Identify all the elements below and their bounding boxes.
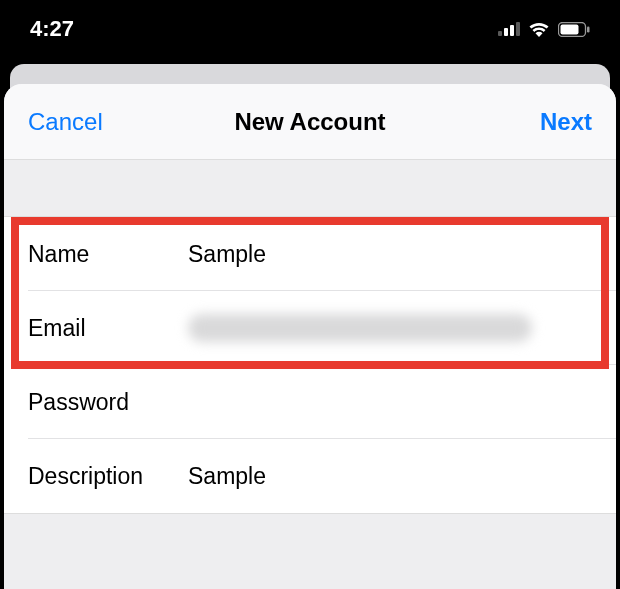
password-field[interactable] bbox=[188, 389, 592, 416]
svg-rect-5 bbox=[561, 24, 579, 34]
svg-rect-1 bbox=[504, 28, 508, 36]
nav-bar: Cancel New Account Next bbox=[4, 84, 616, 160]
modal-sheet: Cancel New Account Next Name Email Passw… bbox=[4, 84, 616, 589]
email-row[interactable]: Email bbox=[4, 291, 616, 365]
status-icons bbox=[498, 21, 590, 37]
cellular-signal-icon bbox=[498, 22, 520, 36]
name-row[interactable]: Name bbox=[4, 217, 616, 291]
password-label: Password bbox=[28, 389, 188, 416]
email-field-redacted bbox=[188, 314, 532, 342]
status-bar: 4:27 bbox=[0, 0, 620, 58]
email-label: Email bbox=[28, 315, 188, 342]
description-field[interactable] bbox=[188, 463, 592, 490]
svg-rect-3 bbox=[516, 22, 520, 36]
page-title: New Account bbox=[118, 108, 502, 136]
name-label: Name bbox=[28, 241, 188, 268]
battery-icon bbox=[558, 22, 590, 37]
svg-rect-0 bbox=[498, 31, 502, 36]
next-button[interactable]: Next bbox=[502, 108, 592, 136]
status-time: 4:27 bbox=[30, 16, 74, 42]
wifi-icon bbox=[528, 21, 550, 37]
section-spacer bbox=[4, 160, 616, 217]
description-label: Description bbox=[28, 463, 188, 490]
password-row[interactable]: Password bbox=[4, 365, 616, 439]
svg-rect-2 bbox=[510, 25, 514, 36]
description-row[interactable]: Description bbox=[4, 439, 616, 513]
name-field[interactable] bbox=[188, 241, 592, 268]
form-group: Name Email Password Description bbox=[4, 217, 616, 514]
cancel-button[interactable]: Cancel bbox=[28, 108, 118, 136]
svg-rect-6 bbox=[587, 26, 590, 32]
